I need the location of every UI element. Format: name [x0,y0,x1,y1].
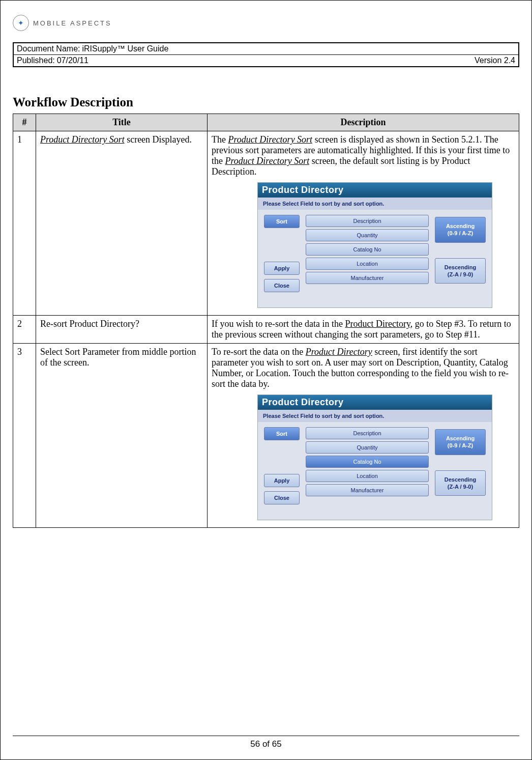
descending-button[interactable]: Descending (Z-A / 9-0) [435,470,486,496]
table-row: 2 Re-sort Product Directory? If you wish… [13,316,519,344]
ascending-button[interactable]: Ascending (0-9 / A-Z) [435,429,486,455]
document-page: ✦ MOBILE ASPECTS Document Name: iRISuppl… [0,0,532,760]
apply-button[interactable]: Apply [264,474,300,487]
logo-icon: ✦ [13,15,29,31]
workflow-table: # Title Description 1 Product Directory … [13,114,519,528]
col-header-desc: Description [208,114,519,131]
field-catalogno-button[interactable]: Catalog No [306,456,429,468]
col-header-num: # [13,114,36,131]
field-description-button[interactable]: Description [306,427,429,439]
doc-name-value: iRISupply™ User Guide [82,44,169,53]
logo-block: ✦ MOBILE ASPECTS [13,15,519,31]
field-quantity-button[interactable]: Quantity [306,441,429,454]
published-label: Published: [17,56,55,65]
field-quantity-button[interactable]: Quantity [306,229,429,241]
close-button[interactable]: Close [264,491,300,504]
close-button[interactable]: Close [264,279,300,292]
row-title: Re-sort Product Directory? [36,316,208,344]
ui-right-col: Ascending (0-9 / A-Z) Descending (Z-A / … [435,429,486,496]
row-num: 2 [13,316,36,344]
row-title: Product Directory Sort screen Displayed. [36,131,208,316]
doc-published-row: Published: 07/20/11 Version 2.4 [14,55,518,66]
ui-title: Product Directory [258,395,492,410]
ui-screenshot-default: Product Directory Please Select Field to… [257,182,492,308]
ui-prompt: Please Select Field to sort by and sort … [258,410,492,422]
version-label: Version 2.4 [475,56,515,65]
ui-body: Sort Apply Close Description Quantity Ca… [258,422,492,520]
sort-button[interactable]: Sort [264,215,300,228]
row-num: 1 [13,131,36,316]
apply-button[interactable]: Apply [264,262,300,275]
col-header-title: Title [36,114,208,131]
ui-left-col: Sort Apply Close [264,215,300,292]
row-desc: If you wish to re-sort the data in the P… [208,316,519,344]
ui-left-col: Sort Apply Close [264,427,300,504]
row-desc: To re-sort the data on the Product Direc… [208,344,519,528]
ui-screenshot-select: Product Directory Please Select Field to… [257,395,492,520]
doc-name-row: Document Name: iRISupply™ User Guide [14,43,518,55]
doc-meta-box: Document Name: iRISupply™ User Guide Pub… [13,42,519,67]
ui-middle-col: Description Quantity Catalog No Location… [306,215,429,284]
table-row: 3 Select Sort Parameter from middle port… [13,344,519,528]
table-row: 1 Product Directory Sort screen Displaye… [13,131,519,316]
doc-name-label: Document Name: [17,44,80,53]
ui-title: Product Directory [258,183,492,198]
field-description-button[interactable]: Description [306,215,429,227]
logo-text: MOBILE ASPECTS [33,19,112,27]
field-manufacturer-button[interactable]: Manufacturer [306,272,429,284]
field-catalogno-button[interactable]: Catalog No [306,243,429,256]
row-title: Select Sort Parameter from middle portio… [36,344,208,528]
ui-right-col: Ascending (0-9 / A-Z) Descending (Z-A / … [435,217,486,284]
descending-button[interactable]: Descending (Z-A / 9-0) [435,258,486,284]
page-number: 56 of 65 [13,736,519,749]
ascending-button[interactable]: Ascending (0-9 / A-Z) [435,217,486,243]
ui-middle-col: Description Quantity Catalog No Location… [306,427,429,496]
field-location-button[interactable]: Location [306,258,429,270]
row-num: 3 [13,344,36,528]
field-location-button[interactable]: Location [306,470,429,482]
row-desc: The Product Directory Sort screen is dis… [208,131,519,316]
ui-prompt: Please Select Field to sort by and sort … [258,198,492,210]
sort-button[interactable]: Sort [264,427,300,440]
field-manufacturer-button[interactable]: Manufacturer [306,484,429,496]
published-value: 07/20/11 [57,56,88,65]
section-heading: Workflow Description [13,95,519,109]
ui-body: Sort Apply Close Description Quantity Ca… [258,210,492,307]
